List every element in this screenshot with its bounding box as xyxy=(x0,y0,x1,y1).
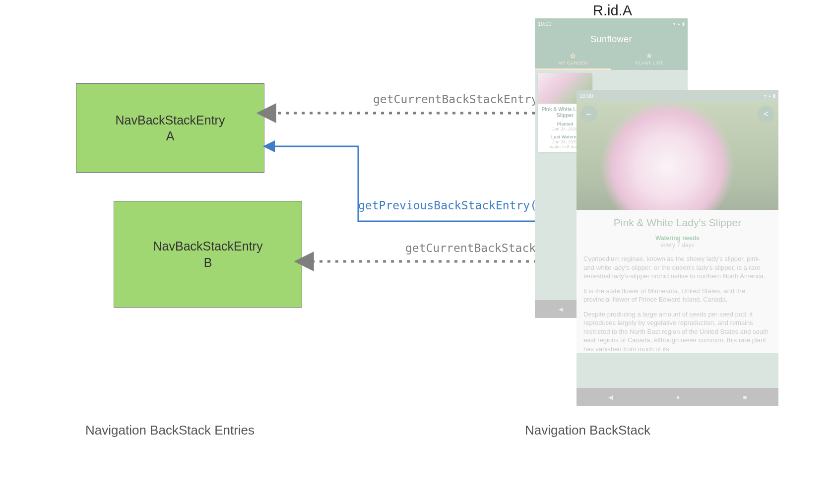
share-button[interactable]: < xyxy=(758,106,774,123)
status-icons: ▾ ▴ ▮ xyxy=(764,93,775,98)
back-button[interactable]: ← xyxy=(580,106,597,123)
signal-icon: ▴ xyxy=(678,21,680,26)
watering-heading: Watering needs xyxy=(583,235,771,242)
nav-backstack-entry-a: NavBackStackEntry A xyxy=(76,83,264,173)
watering-value: every 7 days xyxy=(583,242,771,249)
wifi-icon: ▾ xyxy=(764,93,767,98)
detail-paragraph: It is the state flower of Minnesota, Uni… xyxy=(583,287,771,304)
status-bar: 10:00 ▾ ▴ ▮ xyxy=(577,90,778,102)
nav-back-icon[interactable]: ◀ xyxy=(608,393,613,401)
leaf-icon: ❀ xyxy=(646,52,652,60)
entry-a-title: NavBackStackEntry xyxy=(116,112,225,128)
detail-paragraph: Cypripedium reginae, known as the showy … xyxy=(583,254,771,281)
signal-icon: ▴ xyxy=(769,93,771,98)
detail-title: Pink & White Lady's Slipper xyxy=(583,217,771,229)
diagram-container: NavBackStackEntry A NavBackStackEntry B … xyxy=(56,0,777,456)
tab-my-garden[interactable]: ✿ MY GARDEN xyxy=(535,49,611,70)
nav-backstack-entry-b: NavBackStackEntry B xyxy=(114,201,302,308)
method-label-previous: getPreviousBackStackEntry() xyxy=(358,199,544,212)
status-icons: ▾ ▴ ▮ xyxy=(673,21,685,26)
detail-body: Pink & White Lady's Slipper Watering nee… xyxy=(577,210,778,353)
tab-plant-list[interactable]: ❀ PLANT LIST xyxy=(611,49,688,70)
tabs: ✿ MY GARDEN ❀ PLANT LIST xyxy=(535,49,688,70)
method-label-current-a: getCurrentBackStackEntry() xyxy=(373,93,552,106)
rid-label-a: R.id.A xyxy=(593,2,632,19)
screen-b: 10:00 ▾ ▴ ▮ ← < Pink & White Lady's Slip… xyxy=(577,90,778,406)
battery-icon: ▮ xyxy=(773,93,775,98)
tab-label: MY GARDEN xyxy=(558,61,588,65)
status-time: 10:00 xyxy=(538,21,552,27)
detail-paragraph: Despite producing a large amount of seed… xyxy=(583,310,771,354)
flower-icon: ✿ xyxy=(570,52,576,60)
entry-b-title: NavBackStackEntry xyxy=(153,238,263,254)
android-nav-bar: ◀ ● ■ xyxy=(577,388,778,406)
battery-icon: ▮ xyxy=(682,21,685,26)
entry-a-sub: A xyxy=(166,128,175,144)
nav-recent-icon[interactable]: ■ xyxy=(743,393,747,401)
nav-home-icon[interactable]: ● xyxy=(676,393,680,401)
arrow-left-icon: ← xyxy=(585,110,593,119)
section-label-entries: Navigation BackStack Entries xyxy=(85,423,255,438)
status-bar: 10:00 ▾ ▴ ▮ xyxy=(535,18,688,29)
share-icon: < xyxy=(764,110,768,119)
wifi-icon: ▾ xyxy=(673,21,676,26)
status-time: 10:00 xyxy=(579,93,593,99)
nav-back-icon[interactable]: ◀ xyxy=(559,306,563,313)
tab-label: PLANT LIST xyxy=(636,61,663,65)
plant-hero-image: ← < xyxy=(577,102,778,210)
app-title: Sunflower xyxy=(535,29,688,49)
entry-b-sub: B xyxy=(204,254,212,271)
section-label-backstack: Navigation BackStack xyxy=(525,423,650,438)
